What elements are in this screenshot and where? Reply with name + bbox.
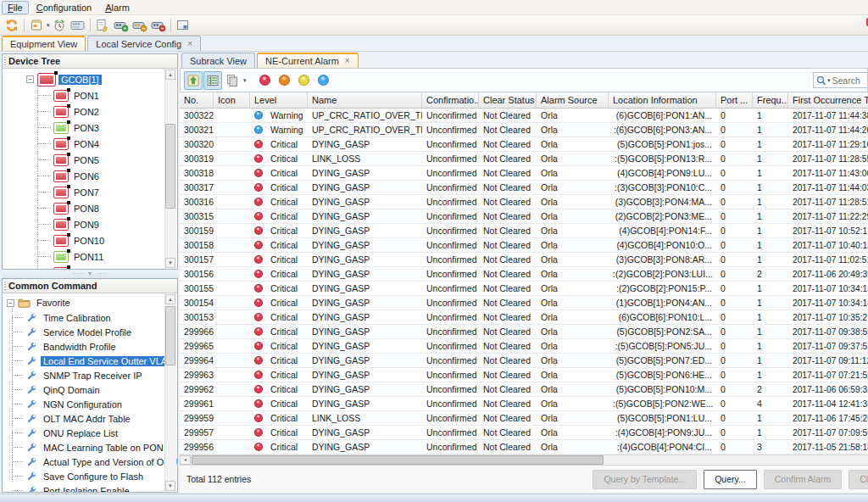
alarm-row[interactable]: 300157 Critical DYING_GASP Unconfirmed N… bbox=[180, 253, 868, 267]
alarm-row[interactable]: 299959 Critical LINK_LOSS Unconfirmed No… bbox=[180, 411, 868, 426]
command-item[interactable]: Port Isolation Enable bbox=[3, 483, 177, 492]
device-add-icon[interactable] bbox=[112, 17, 131, 34]
menu-item[interactable]: Alarm bbox=[99, 1, 136, 14]
alarm-row[interactable]: 299957 Critical DYING_GASP Unconfirmed N… bbox=[180, 426, 868, 440]
alarm-row[interactable]: 300159 Critical DYING_GASP Unconfirmed N… bbox=[180, 224, 868, 238]
severity-filter-icon[interactable] bbox=[318, 75, 329, 86]
common-command-scrollbar[interactable]: ▲ ▼ bbox=[164, 294, 176, 491]
export-top-icon[interactable] bbox=[184, 71, 203, 90]
close-icon[interactable]: × bbox=[345, 57, 350, 65]
tree-node-pon[interactable]: PON7 bbox=[3, 184, 177, 200]
table-horizontal-scrollbar[interactable]: ◄ bbox=[180, 455, 868, 465]
scroll-up-icon[interactable]: ▲ bbox=[165, 294, 175, 304]
action-button[interactable]: Query by Template... bbox=[593, 470, 697, 489]
action-button[interactable]: Clear ... bbox=[849, 470, 868, 489]
column-header[interactable]: Clear Status bbox=[479, 92, 537, 108]
panel-view-icon[interactable] bbox=[174, 17, 192, 34]
command-item[interactable]: Service Model Profile bbox=[3, 325, 177, 339]
menu-item[interactable]: File bbox=[2, 1, 29, 14]
severity-filter-icon[interactable] bbox=[279, 75, 290, 86]
command-item[interactable]: QinQ Domain bbox=[3, 382, 177, 397]
scroll-up-icon[interactable]: ▲ bbox=[165, 70, 175, 80]
alarm-row[interactable]: 300315 Critical DYING_GASP Unconfirmed N… bbox=[180, 209, 868, 224]
dropdown-caret-icon[interactable]: ▾ bbox=[243, 77, 247, 84]
command-item[interactable]: Time Calibration bbox=[3, 310, 177, 325]
command-item[interactable]: Bandwidth Profile bbox=[3, 339, 177, 354]
command-item[interactable]: OLT MAC Addr Table bbox=[3, 411, 177, 426]
scroll-down-icon[interactable]: ▼ bbox=[165, 481, 175, 491]
scrollbar-thumb[interactable] bbox=[192, 455, 604, 465]
tree-node-pon[interactable]: PON6 bbox=[3, 168, 177, 184]
scroll-down-icon[interactable]: ▼ bbox=[165, 258, 175, 268]
column-header[interactable]: Port ... bbox=[716, 92, 753, 108]
close-icon[interactable]: × bbox=[187, 40, 192, 48]
command-item[interactable]: Actual Type and Version of ONU bbox=[3, 455, 177, 469]
alarm-row[interactable]: 300322 Warning UP_CRC_RATIO_OVER_TH... U… bbox=[180, 109, 868, 123]
command-item[interactable]: Save Configure to Flash bbox=[3, 469, 177, 483]
column-settings-icon[interactable] bbox=[203, 71, 222, 90]
severity-filter-icon[interactable] bbox=[259, 75, 270, 86]
alarm-row[interactable]: 300155 Critical DYING_GASP Unconfirmed N… bbox=[180, 282, 868, 296]
alarm-row[interactable]: 299963 Critical DYING_GASP Unconfirmed N… bbox=[180, 368, 868, 382]
device-remove-icon[interactable] bbox=[149, 17, 168, 34]
card-reader-icon[interactable] bbox=[69, 17, 87, 34]
device-monitor-icon[interactable] bbox=[131, 17, 149, 34]
ne-manager-icon[interactable] bbox=[27, 17, 46, 34]
menu-item[interactable]: Configuration bbox=[31, 1, 97, 14]
command-item[interactable]: Local End Service Outter VLAN bbox=[3, 354, 177, 368]
dropdown-caret-icon[interactable]: ▾ bbox=[47, 22, 50, 29]
workspace-tab[interactable]: NE-Current Alarm× bbox=[257, 53, 359, 68]
tree-node-pon[interactable]: PON2 bbox=[3, 103, 177, 120]
tree-node-favorite[interactable]: − Favorite bbox=[3, 295, 177, 310]
alarm-row[interactable]: 299961 Critical DYING_GASP Unconfirmed N… bbox=[180, 397, 868, 411]
alarm-row[interactable]: 300321 Warning UP_CRC_RATIO_OVER_TH... U… bbox=[180, 123, 868, 137]
alarm-clock-icon[interactable] bbox=[50, 17, 69, 34]
alarm-row[interactable]: 299964 Critical DYING_GASP Unconfirmed N… bbox=[180, 354, 868, 368]
search-box[interactable]: ▾ bbox=[813, 72, 868, 88]
alarm-row[interactable]: 300317 Critical DYING_GASP Unconfirmed N… bbox=[180, 181, 868, 195]
collapse-expander-icon[interactable]: − bbox=[7, 299, 14, 307]
scrollbar-thumb[interactable] bbox=[165, 306, 175, 365]
severity-filter-icon[interactable] bbox=[298, 75, 309, 86]
command-item[interactable]: SNMP Trap Receiver IP bbox=[3, 368, 177, 382]
alarm-row[interactable]: 300154 Critical DYING_GASP Unconfirmed N… bbox=[180, 296, 868, 310]
column-header[interactable]: First Occurrence Time bbox=[788, 92, 868, 108]
column-header[interactable]: No. bbox=[180, 92, 214, 108]
column-header[interactable]: Level bbox=[250, 92, 308, 108]
column-header[interactable]: Name bbox=[308, 92, 422, 108]
tree-node-pon[interactable]: PON10 bbox=[3, 232, 177, 248]
command-item[interactable]: MAC Learning Table on PON bbox=[3, 440, 177, 455]
view-tab[interactable]: Local Service Config× bbox=[87, 36, 201, 51]
tree-node-pon[interactable]: PON3 bbox=[3, 120, 177, 136]
tree-node-pon[interactable]: PON5 bbox=[3, 152, 177, 168]
alarm-row[interactable]: 299956 Critical DYING_GASP Unconfirmed N… bbox=[180, 440, 868, 455]
column-header[interactable]: Confirmatio... bbox=[422, 92, 479, 108]
command-item[interactable]: NGN Configuration bbox=[3, 397, 177, 411]
alarm-row[interactable]: 300318 Critical DYING_GASP Unconfirmed N… bbox=[180, 166, 868, 181]
view-tab[interactable]: Equipment View bbox=[2, 36, 86, 51]
edit-note-icon[interactable] bbox=[93, 17, 112, 34]
column-header[interactable]: Alarm Source bbox=[537, 92, 609, 108]
tree-node-pon[interactable]: PON12 bbox=[3, 265, 177, 269]
alarm-row[interactable]: 300158 Critical DYING_GASP Unconfirmed N… bbox=[180, 238, 868, 253]
column-header[interactable]: Frequ... bbox=[753, 92, 788, 108]
alarm-row[interactable]: 299966 Critical DYING_GASP Unconfirmed N… bbox=[180, 325, 868, 339]
tree-node-pon[interactable]: PON8 bbox=[3, 200, 177, 216]
splitter-collapse-icon[interactable]: ▾ bbox=[88, 271, 92, 277]
command-item[interactable]: ONU Replace List bbox=[3, 426, 177, 440]
column-header[interactable]: Location Information bbox=[609, 92, 716, 108]
collapse-expander-icon[interactable]: − bbox=[26, 75, 34, 83]
alarm-row[interactable]: 299962 Critical DYING_GASP Unconfirmed N… bbox=[180, 382, 868, 397]
scrollbar-thumb[interactable] bbox=[165, 124, 175, 209]
device-tree-scrollbar[interactable]: ▲ ▼ bbox=[164, 70, 176, 268]
tree-node-pon[interactable]: PON9 bbox=[3, 216, 177, 232]
panel-splitter[interactable]: ····· ▾ ····· bbox=[2, 270, 178, 278]
tree-node-pon[interactable]: PON4 bbox=[3, 136, 177, 152]
alarm-row[interactable]: 300319 Critical LINK_LOSS Unconfirmed No… bbox=[180, 152, 868, 166]
scroll-left-icon[interactable]: ◄ bbox=[180, 455, 191, 465]
action-button[interactable]: Query... bbox=[704, 470, 757, 489]
workspace-tab[interactable]: Subrack View bbox=[181, 53, 255, 68]
alarm-row[interactable]: 300320 Critical DYING_GASP Unconfirmed N… bbox=[180, 137, 868, 152]
refresh-icon[interactable] bbox=[3, 17, 21, 34]
alarm-row[interactable]: 300316 Critical DYING_GASP Unconfirmed N… bbox=[180, 195, 868, 209]
